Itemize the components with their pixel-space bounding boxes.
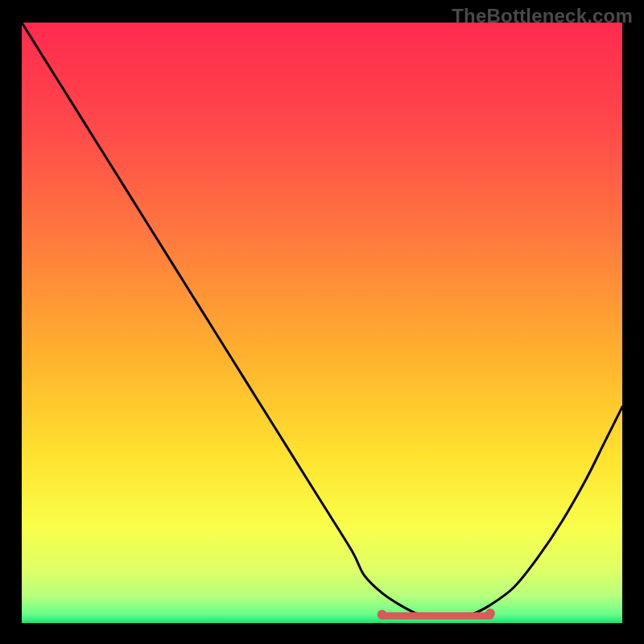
watermark-text: TheBottleneck.com xyxy=(452,5,633,27)
chart-svg xyxy=(22,23,622,623)
optimal-zone-marker-right xyxy=(485,609,495,618)
gradient-background xyxy=(22,23,622,623)
optimal-zone-marker-left xyxy=(378,610,387,620)
chart-frame: TheBottleneck.com xyxy=(0,0,644,644)
bottleneck-plot xyxy=(22,23,622,623)
